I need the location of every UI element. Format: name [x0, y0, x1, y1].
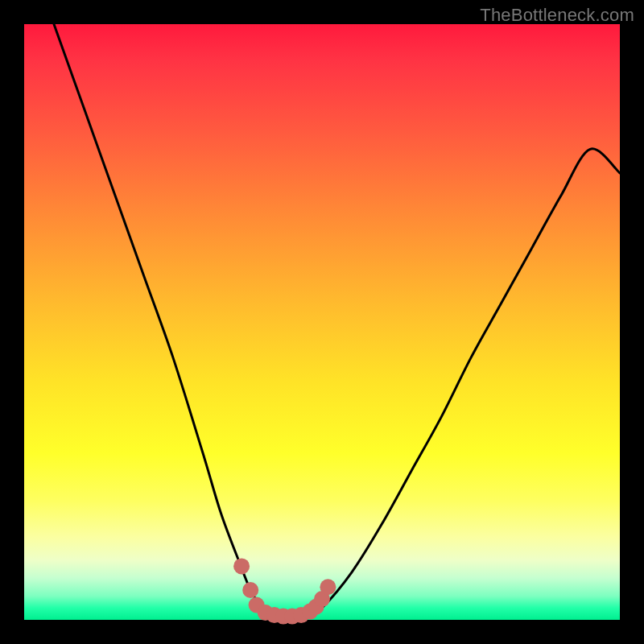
valley-marker	[242, 582, 258, 598]
bottleneck-curve	[54, 24, 620, 617]
valley-marker	[320, 579, 336, 595]
watermark-text: TheBottleneck.com	[480, 5, 634, 26]
chart-frame: TheBottleneck.com	[0, 0, 644, 644]
valley-marker	[233, 558, 250, 574]
chart-svg	[24, 24, 620, 620]
plot-area	[24, 24, 620, 620]
valley-marker-group	[233, 558, 336, 624]
